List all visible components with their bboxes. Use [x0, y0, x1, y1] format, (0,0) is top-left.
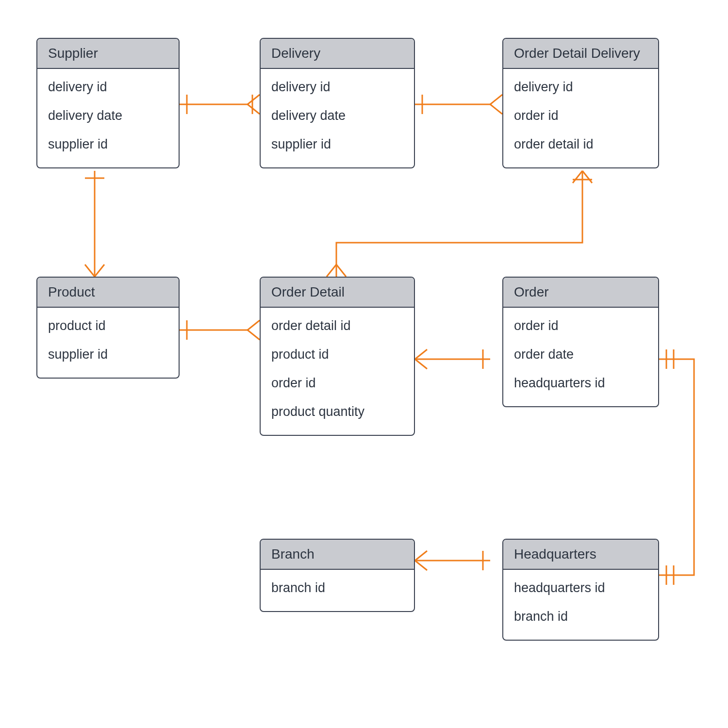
entity-body: order detail id product id order id prod… — [261, 308, 414, 435]
entity-attribute: product quantity — [271, 397, 403, 426]
entity-order[interactable]: Order order id order date headquarters i… — [502, 277, 659, 407]
entity-attribute: order id — [514, 101, 647, 130]
svg-line-32 — [415, 561, 427, 570]
entity-delivery[interactable]: Delivery delivery id delivery date suppl… — [260, 38, 415, 168]
entity-title: Order Detail — [261, 278, 414, 308]
entity-attribute: branch id — [514, 602, 647, 631]
entity-product[interactable]: Product product id supplier id — [36, 277, 180, 379]
entity-title: Product — [37, 278, 179, 308]
svg-line-23 — [582, 171, 592, 183]
svg-line-15 — [248, 320, 260, 330]
svg-line-3 — [248, 104, 260, 114]
svg-line-18 — [415, 349, 427, 359]
svg-line-12 — [95, 265, 104, 277]
entity-body: product id supplier id — [37, 308, 179, 378]
entity-title: Order — [503, 278, 658, 308]
entity-attribute: order detail id — [514, 130, 647, 159]
entity-attribute: supplier id — [48, 340, 168, 369]
svg-line-2 — [248, 95, 260, 104]
entity-supplier[interactable]: Supplier delivery id delivery date suppl… — [36, 38, 180, 168]
er-diagram-canvas: Supplier delivery id delivery date suppl… — [0, 0, 728, 728]
entity-order-detail[interactable]: Order Detail order detail id product id … — [260, 277, 415, 436]
entity-attribute: supplier id — [48, 130, 168, 159]
entity-attribute: order id — [271, 369, 403, 397]
entity-body: headquarters id branch id — [503, 570, 658, 640]
entity-body: delivery id delivery date supplier id — [37, 69, 179, 167]
svg-line-19 — [415, 359, 427, 369]
entity-title: Order Detail Delivery — [503, 39, 658, 69]
entity-attribute: delivery date — [48, 101, 168, 130]
entity-title: Delivery — [261, 39, 414, 69]
entity-attribute: delivery date — [271, 101, 403, 130]
entity-attribute: order date — [514, 340, 647, 369]
entity-attribute: order detail id — [271, 312, 403, 340]
svg-line-25 — [336, 265, 346, 277]
entity-attribute: supplier id — [271, 130, 403, 159]
entity-attribute: delivery id — [271, 73, 403, 101]
svg-line-16 — [248, 330, 260, 340]
svg-line-7 — [490, 95, 502, 104]
entity-headquarters[interactable]: Headquarters headquarters id branch id — [502, 539, 659, 641]
entity-attribute: order id — [514, 312, 647, 340]
entity-branch[interactable]: Branch branch id — [260, 539, 415, 612]
entity-attribute: product id — [271, 340, 403, 369]
entity-attribute: delivery id — [48, 73, 168, 101]
entity-title: Supplier — [37, 39, 179, 69]
entity-attribute: headquarters id — [514, 574, 647, 602]
entity-attribute: product id — [48, 312, 168, 340]
entity-attribute: delivery id — [514, 73, 647, 101]
svg-line-31 — [415, 551, 427, 561]
svg-line-11 — [85, 265, 95, 277]
svg-line-24 — [327, 265, 336, 277]
entity-title: Headquarters — [503, 540, 658, 570]
entity-body: order id order date headquarters id — [503, 308, 658, 406]
entity-body: delivery id order id order detail id — [503, 69, 658, 167]
entity-title: Branch — [261, 540, 414, 570]
entity-body: delivery id delivery date supplier id — [261, 69, 414, 167]
entity-attribute: branch id — [271, 574, 403, 602]
entity-order-detail-delivery[interactable]: Order Detail Delivery delivery id order … — [502, 38, 659, 168]
entity-body: branch id — [261, 570, 414, 611]
entity-attribute: headquarters id — [514, 369, 647, 397]
svg-line-22 — [573, 171, 582, 183]
svg-line-8 — [490, 104, 502, 114]
